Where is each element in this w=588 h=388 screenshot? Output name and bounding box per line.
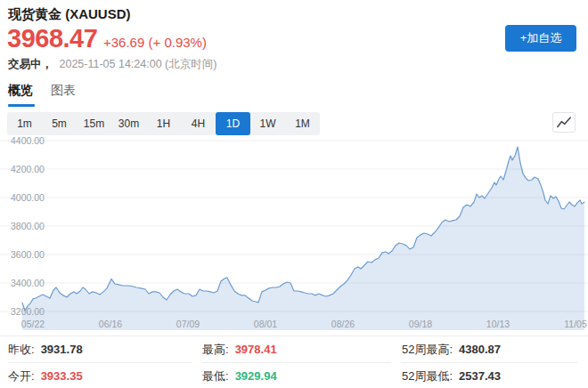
x-axis-label: 10/13 bbox=[486, 319, 510, 329]
tab-chart[interactable]: 图表 bbox=[51, 83, 76, 107]
stat-52w-low-value: 2537.43 bbox=[459, 369, 501, 383]
stat-open-value: 3933.35 bbox=[41, 369, 83, 383]
stat-52w-high-label: 52周最高: bbox=[402, 342, 453, 358]
quote-timestamp: 2025-11-05 14:24:00 (北京时间) bbox=[59, 58, 216, 70]
timeframe-1w[interactable]: 1W bbox=[250, 112, 285, 135]
x-axis-label: 08/01 bbox=[254, 319, 277, 329]
timeframe-group: 1m5m15m30m1H4H1D1W1M bbox=[7, 112, 320, 135]
y-axis-label: 4000.00 bbox=[11, 192, 45, 203]
y-axis-label: 3800.00 bbox=[11, 221, 45, 231]
status-row: 交易中， 2025-11-05 14:24:00 (北京时间) bbox=[8, 57, 216, 72]
stat-52w-high-value: 4380.87 bbox=[459, 343, 501, 356]
stat-52w-high: 52周最高:4380.87 bbox=[402, 336, 577, 363]
chart-type-button[interactable] bbox=[552, 112, 576, 133]
stat-high: 最高:3978.41 bbox=[202, 336, 391, 363]
stat-prev-close-value: 3931.78 bbox=[41, 343, 83, 356]
y-axis-label: 4200.00 bbox=[11, 164, 45, 174]
stat-low-value: 3929.94 bbox=[235, 369, 277, 383]
stat-prev-close: 昨收:3931.78 bbox=[8, 336, 192, 363]
stat-open-label: 今开: bbox=[8, 368, 35, 384]
price-area-fill bbox=[22, 147, 584, 330]
y-axis-label: 4400.00 bbox=[11, 135, 45, 146]
y-axis-label: 3400.00 bbox=[11, 278, 45, 288]
timeframe-5m[interactable]: 5m bbox=[42, 112, 77, 135]
x-axis-label: 08/26 bbox=[331, 319, 355, 329]
stat-high-label: 最高: bbox=[202, 342, 229, 358]
add-watchlist-button[interactable]: +加自选 bbox=[505, 25, 576, 52]
timeframe-4h[interactable]: 4H bbox=[181, 112, 216, 135]
stats-section: 昨收:3931.78最高:3978.4152周最高:4380.87今开:3933… bbox=[0, 335, 588, 388]
trading-status: 交易中， bbox=[8, 58, 53, 70]
x-axis-label: 09/18 bbox=[409, 319, 432, 329]
stat-52w-low: 52周最低:2537.43 bbox=[402, 363, 577, 388]
quote-page: 现货黄金 (XAUUSD) 3968.47 +36.69 (+ 0.93%) +… bbox=[0, 0, 588, 388]
x-axis-label: 11/05 bbox=[564, 319, 587, 329]
y-axis-label: 3600.00 bbox=[11, 249, 45, 260]
instrument-title: 现货黄金 (XAUUSD) bbox=[8, 6, 131, 23]
stat-52w-low-label: 52周最低: bbox=[402, 368, 453, 384]
x-axis-label: 06/16 bbox=[99, 319, 122, 329]
stat-low: 最低:3929.94 bbox=[202, 363, 391, 388]
x-axis-label: 07/09 bbox=[176, 319, 200, 329]
stat-open: 今开:3933.35 bbox=[8, 363, 192, 388]
timeframe-1h[interactable]: 1H bbox=[146, 112, 181, 135]
price-chart[interactable]: 4400.004200.004000.003800.003600.003400.… bbox=[0, 133, 588, 333]
x-axis-label: 05/22 bbox=[21, 319, 45, 329]
price-area-chart[interactable]: 4400.004200.004000.003800.003600.003400.… bbox=[0, 133, 588, 333]
timeframe-1m[interactable]: 1M bbox=[285, 112, 320, 135]
view-tabs: 概览 图表 bbox=[8, 83, 76, 107]
stat-prev-close-label: 昨收: bbox=[8, 342, 35, 358]
last-price: 3968.47 bbox=[7, 24, 97, 53]
timeframe-15m[interactable]: 15m bbox=[77, 112, 111, 135]
timeframe-1m[interactable]: 1m bbox=[7, 112, 42, 135]
price-change: +36.69 (+ 0.93%) bbox=[103, 35, 207, 50]
stat-low-label: 最低: bbox=[202, 368, 229, 384]
y-axis-label: 3200.00 bbox=[11, 306, 45, 317]
line-chart-icon bbox=[555, 116, 573, 130]
timeframe-30m[interactable]: 30m bbox=[111, 112, 146, 135]
stat-high-value: 3978.41 bbox=[235, 343, 277, 356]
tab-overview[interactable]: 概览 bbox=[8, 83, 33, 107]
timeframe-1d[interactable]: 1D bbox=[216, 112, 250, 135]
